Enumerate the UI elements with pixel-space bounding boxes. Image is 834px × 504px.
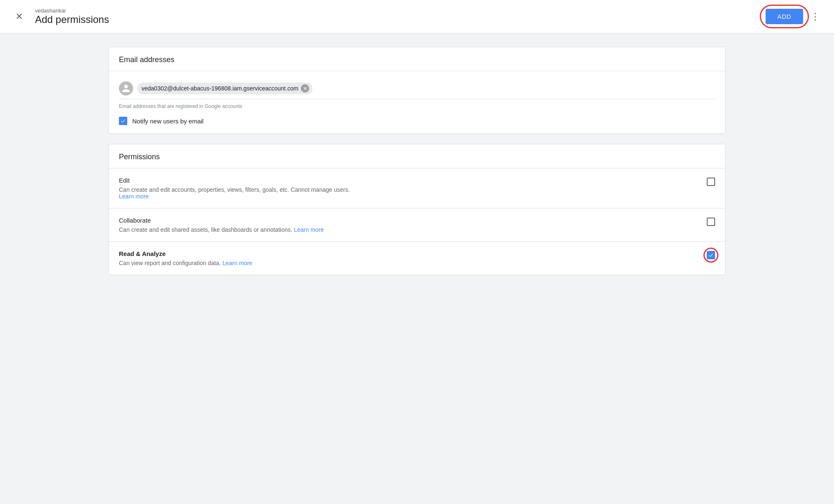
check-icon <box>120 118 126 124</box>
main-content: Email addresses veda0302@dulcet-abacus-1… <box>0 33 834 288</box>
notify-checkbox-row: Notify new users by email <box>119 117 715 125</box>
permission-collaborate-name: Collaborate <box>119 217 698 224</box>
email-card-body: veda0302@dulcet-abacus-196808.iam.gservi… <box>109 71 725 133</box>
permission-collaborate-desc: Can create and edit shared assets, like … <box>119 226 698 233</box>
permission-read-info: Read & Analyze Can view report and confi… <box>119 250 698 266</box>
person-icon <box>121 84 131 93</box>
permission-read-desc: Can view report and configuration data. … <box>119 260 698 266</box>
permissions-section-title: Permissions <box>109 144 725 168</box>
permission-edit-info: Edit Can create and edit accounts, prope… <box>119 177 698 200</box>
header-right: ADD ⋮ <box>766 9 822 25</box>
email-avatar <box>119 81 133 95</box>
permission-collaborate-checkbox[interactable] <box>707 218 715 226</box>
page-header: ✕ vedashankar Add permissions ADD ⋮ <box>0 0 834 33</box>
more-options-button[interactable]: ⋮ <box>808 9 822 25</box>
email-hint-text: Email addresses that are registered in G… <box>119 103 715 109</box>
permission-collaborate-info: Collaborate Can create and edit shared a… <box>119 217 698 233</box>
email-input-row: veda0302@dulcet-abacus-196808.iam.gservi… <box>119 81 715 99</box>
permission-collaborate-learn-more[interactable]: Learn more <box>294 226 324 233</box>
permissions-card: Permissions Edit Can create and edit acc… <box>108 144 726 275</box>
header-left: ✕ vedashankar Add permissions <box>12 8 109 25</box>
notify-label: Notify new users by email <box>132 118 204 125</box>
permission-read-learn-more[interactable]: Learn more <box>222 260 252 266</box>
header-user: vedashankar <box>35 8 109 14</box>
close-button[interactable]: ✕ <box>12 9 27 24</box>
email-chip: veda0302@dulcet-abacus-196808.iam.gservi… <box>137 83 312 94</box>
permission-read-row: Read & Analyze Can view report and confi… <box>109 242 725 275</box>
notify-checkbox[interactable] <box>119 117 127 125</box>
permission-read-name: Read & Analyze <box>119 250 698 257</box>
email-section-title: Email addresses <box>109 47 725 71</box>
permission-edit-name: Edit <box>119 177 698 184</box>
email-addresses-card: Email addresses veda0302@dulcet-abacus-1… <box>108 47 726 134</box>
add-button-wrapper: ADD <box>766 9 803 24</box>
permission-read-check-icon <box>708 252 714 258</box>
add-button[interactable]: ADD <box>766 9 803 24</box>
permission-collaborate-row: Collaborate Can create and edit shared a… <box>109 208 725 242</box>
permission-edit-row: Edit Can create and edit accounts, prope… <box>109 168 725 208</box>
permission-edit-learn-more[interactable]: Learn more <box>119 193 149 200</box>
header-title-wrap: vedashankar Add permissions <box>35 8 109 25</box>
page-title: Add permissions <box>35 14 109 25</box>
permissions-list: Edit Can create and edit accounts, prope… <box>109 168 725 275</box>
email-chip-text: veda0302@dulcet-abacus-196808.iam.gservi… <box>141 85 298 92</box>
permission-edit-checkbox[interactable] <box>707 178 715 186</box>
email-chip-remove-button[interactable]: ✕ <box>301 84 309 93</box>
permission-edit-desc: Can create and edit accounts, properties… <box>119 186 698 200</box>
permission-read-checkbox[interactable] <box>707 251 715 259</box>
